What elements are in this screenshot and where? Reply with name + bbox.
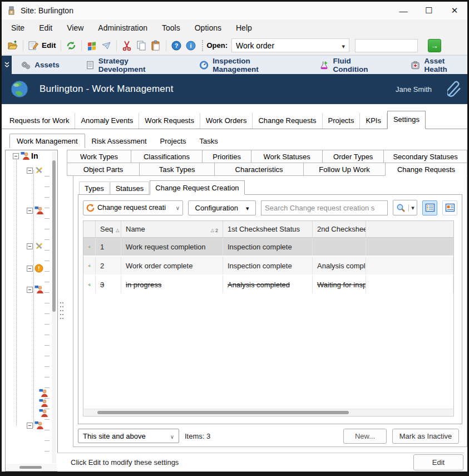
tab-change-request-creation[interactable]: Change Request Creation xyxy=(150,180,244,195)
new-button[interactable]: New... xyxy=(343,429,387,444)
close-button[interactable]: ✕ xyxy=(442,2,467,19)
detail-view-button[interactable] xyxy=(442,200,457,215)
collapse-toggle[interactable] xyxy=(27,168,33,174)
table-horizontal-scrollbar-thumb[interactable] xyxy=(97,411,349,414)
tab-classifications[interactable]: Classifications xyxy=(131,150,203,163)
tab-object-parts[interactable]: Object Parts xyxy=(67,163,140,176)
scissors-icon xyxy=(121,40,132,51)
open-folder-button[interactable] xyxy=(6,39,20,52)
tab-types[interactable]: Types xyxy=(79,181,110,194)
paste-button[interactable] xyxy=(149,39,163,52)
tab-statuses[interactable]: Statuses xyxy=(110,181,150,194)
list-view-button[interactable] xyxy=(422,200,437,215)
edit-settings-button[interactable]: Edit xyxy=(413,454,463,470)
tree-horizontal-scrollbar[interactable] xyxy=(6,464,57,470)
menu-view[interactable]: View xyxy=(60,23,91,32)
tree-vertical-scrollbar-thumb[interactable] xyxy=(52,160,56,312)
refresh-button[interactable] xyxy=(64,39,78,52)
tree-node-person[interactable] xyxy=(39,389,48,398)
menu-edit[interactable]: Edit xyxy=(32,23,60,32)
tab-work-statuses[interactable]: Work Statuses xyxy=(251,150,323,163)
tree-node-tools xyxy=(27,166,43,175)
table-row[interactable]: 2 Work order complete Inspection complet… xyxy=(83,257,453,276)
menu-options[interactable]: Options xyxy=(187,23,229,32)
command-input[interactable] xyxy=(355,39,418,52)
tab-sub-projects[interactable]: Projects xyxy=(154,135,193,148)
tab-secondary-statuses[interactable]: Secondary Statuses xyxy=(383,150,467,163)
minimize-button[interactable]: — xyxy=(391,2,416,19)
tab-risk-assessment[interactable]: Risk Assessment xyxy=(85,135,154,148)
tab-order-types[interactable]: Order Types xyxy=(322,150,384,163)
collapse-toggle[interactable] xyxy=(27,266,33,272)
tab-characteristics[interactable]: Characteristics xyxy=(214,163,304,176)
go-button[interactable]: → xyxy=(428,39,441,52)
view-select[interactable]: Configuration xyxy=(188,200,256,215)
maximize-button[interactable]: ☐ xyxy=(416,2,442,19)
dropdown-arrow-icon xyxy=(246,204,249,212)
collapse-toggle[interactable] xyxy=(27,208,33,214)
tab-requests-for-work[interactable]: Requests for Work xyxy=(4,113,75,129)
tab-change-requests-settings[interactable]: Change Requests xyxy=(385,163,467,176)
column-record-icon[interactable] xyxy=(83,221,96,237)
search-button[interactable] xyxy=(393,200,417,215)
send-button[interactable] xyxy=(99,39,113,52)
settings-panel: Work Types Classifications Priorities Wo… xyxy=(67,150,467,447)
tab-tasks[interactable]: Tasks xyxy=(193,135,225,148)
module-tab-assets[interactable]: Assets xyxy=(21,60,59,70)
tab-anomaly-events[interactable]: Anomaly Events xyxy=(75,113,139,129)
mark-as-inactive-button[interactable]: Mark as Inactive xyxy=(392,429,459,444)
tab-task-types[interactable]: Task Types xyxy=(139,163,215,176)
cell-seq: 3 xyxy=(96,276,121,293)
module-tab-asset-health[interactable]: Asset Health xyxy=(411,57,467,73)
tree-node-label[interactable]: In xyxy=(31,151,38,160)
tab-work-types[interactable]: Work Types xyxy=(67,150,131,163)
column-second-checksheet-status[interactable]: 2nd Checksheet S xyxy=(313,221,366,237)
tab-priorities[interactable]: Priorities xyxy=(202,150,251,163)
help-button[interactable]: ? xyxy=(169,39,184,52)
tree-node-person[interactable] xyxy=(39,399,48,408)
tab-kpis[interactable]: KPIs xyxy=(360,113,387,129)
info-button[interactable]: i xyxy=(184,39,198,52)
table-row[interactable]: 1 Work request completion Inspection com… xyxy=(83,238,453,257)
paperclip-icon[interactable] xyxy=(447,80,461,99)
collapse-toggle[interactable] xyxy=(27,287,33,293)
menu-tools[interactable]: Tools xyxy=(155,23,187,32)
table-row[interactable]: 3 in progress Analysis completed Waiting… xyxy=(83,276,453,295)
tab-follow-up-work[interactable]: Follow Up Work xyxy=(303,163,386,176)
copy-button[interactable] xyxy=(134,39,149,52)
collapse-toggle[interactable] xyxy=(27,423,33,429)
table-horizontal-scrollbar[interactable] xyxy=(84,409,453,415)
module-tab-fluid-condition[interactable]: Fluid Condition xyxy=(319,57,385,73)
module-tab-strategy-development[interactable]: Strategy Development xyxy=(85,57,174,73)
collapse-toggle[interactable] xyxy=(27,243,33,249)
tree-horizontal-scrollbar-thumb[interactable] xyxy=(19,466,42,469)
tab-work-management[interactable]: Work Management xyxy=(9,134,85,148)
windows-button[interactable] xyxy=(85,39,99,52)
collapse-toggle[interactable] xyxy=(13,153,19,159)
open-entity-select[interactable]: Work order xyxy=(231,38,349,52)
entity-select[interactable]: Change request creati xyxy=(83,200,183,215)
menu-help[interactable]: Help xyxy=(229,23,259,32)
tab-work-requests[interactable]: Work Requests xyxy=(139,113,200,129)
panel-splitter-grip[interactable] xyxy=(60,302,64,319)
column-first-checksheet-status[interactable]: 1st Checksheet Status xyxy=(223,221,313,237)
scope-select[interactable]: This site and above xyxy=(78,429,179,443)
table-header: Seq 1 Name 2 1st Checksheet Status 2nd C… xyxy=(83,221,453,238)
menu-site[interactable]: Site xyxy=(4,23,32,32)
grid-search-input[interactable] xyxy=(261,200,388,215)
column-name[interactable]: Name 2 xyxy=(121,221,223,237)
cut-button[interactable] xyxy=(120,39,134,52)
tree-node-person[interactable] xyxy=(39,409,48,418)
column-seq[interactable]: Seq 1 xyxy=(96,221,121,237)
search-options-arrow-icon[interactable] xyxy=(408,204,417,212)
edit-button[interactable]: Edit xyxy=(26,39,58,52)
menu-administration[interactable]: Administration xyxy=(91,23,155,32)
module-strip: Assets Strategy Development Inspection M… xyxy=(2,55,467,74)
tab-change-requests[interactable]: Change Requests xyxy=(253,113,322,129)
tab-settings[interactable]: Settings xyxy=(387,111,426,129)
tab-projects[interactable]: Projects xyxy=(323,113,361,129)
module-tab-inspection-management[interactable]: Inspection Management xyxy=(199,57,294,73)
module-overflow-button[interactable] xyxy=(2,56,12,74)
tab-work-orders[interactable]: Work Orders xyxy=(200,113,253,129)
tree-node-person xyxy=(27,285,43,294)
